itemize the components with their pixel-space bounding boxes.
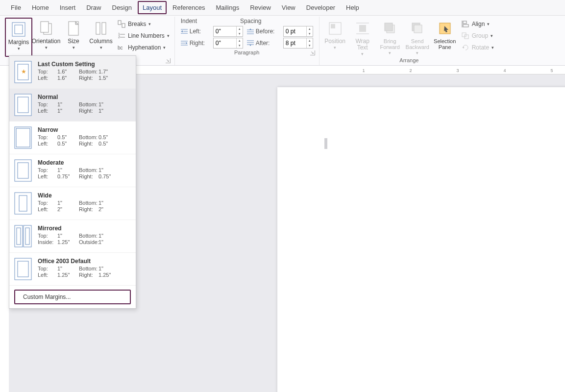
- margins-icon: [11, 21, 26, 38]
- svg-rect-8: [122, 24, 125, 27]
- align-button[interactable]: Align▾: [462, 19, 494, 29]
- tab-layout[interactable]: Layout: [138, 1, 167, 14]
- bring-forward-icon: [383, 20, 397, 37]
- svg-rect-36: [385, 23, 393, 31]
- margins-dropdown: ★Last Custom SettingTop:1.6"Left:1.6"Bot…: [9, 55, 136, 309]
- line-numbers-button[interactable]: 12 Line Numbers▾: [118, 30, 170, 41]
- bring-forward-button: Bring Forward▾: [376, 18, 404, 57]
- margins-option-office-2003-default[interactable]: Office 2003 DefaultTop:1"Left:1.25"Botto…: [9, 253, 136, 286]
- orientation-icon: [39, 20, 53, 37]
- margins-option-moderate[interactable]: ModerateTop:1"Left:0.75"Bottom:1"Right:0…: [9, 154, 136, 187]
- tab-file[interactable]: File: [6, 1, 26, 14]
- tab-help[interactable]: Help: [341, 1, 364, 14]
- rotate-icon: [462, 44, 469, 51]
- margin-thumb-icon: ★: [14, 61, 32, 83]
- svg-rect-49: [15, 94, 31, 116]
- hyphenation-icon: bc: [118, 44, 125, 51]
- margin-option-title: Wide: [38, 192, 131, 199]
- dialog-launcher-paragraph[interactable]: ↘: [310, 50, 315, 55]
- indent-header: Indent: [181, 18, 197, 24]
- spacing-header: Spacing: [240, 18, 261, 24]
- size-button[interactable]: Size ▾: [60, 18, 87, 57]
- tab-references[interactable]: References: [168, 1, 210, 14]
- position-button: Position▾: [321, 18, 349, 57]
- margin-option-title: Moderate: [38, 159, 131, 166]
- columns-button[interactable]: Columns ▾: [87, 18, 115, 57]
- svg-rect-6: [102, 23, 106, 34]
- orientation-button[interactable]: Orientation ▾: [32, 18, 60, 57]
- dialog-launcher-page-setup[interactable]: ↘: [166, 58, 171, 63]
- svg-text:★: ★: [21, 68, 26, 75]
- tab-mailings[interactable]: Mailings: [211, 1, 245, 14]
- svg-rect-5: [96, 23, 100, 34]
- wrap-text-icon: [355, 20, 370, 37]
- tab-insert[interactable]: Insert: [55, 1, 81, 14]
- margin-thumb-icon: [14, 159, 32, 182]
- svg-rect-31: [331, 24, 335, 28]
- tab-home[interactable]: Home: [27, 1, 54, 14]
- tab-developer[interactable]: Developer: [301, 1, 340, 14]
- svg-marker-29: [249, 45, 251, 46]
- svg-rect-7: [118, 21, 121, 24]
- hyphenation-button[interactable]: bc Hyphenation▾: [118, 42, 170, 53]
- margins-option-last-custom-setting[interactable]: ★Last Custom SettingTop:1.6"Left:1.6"Bot…: [9, 56, 136, 89]
- tab-view[interactable]: View: [277, 1, 300, 14]
- group-arrange: Position▾ Wrap Text▾ Bring Forward▾ Send…: [319, 17, 499, 65]
- margin-thumb-icon: [14, 258, 32, 280]
- indent-left-input[interactable]: ▴▾: [213, 26, 243, 37]
- svg-rect-38: [414, 25, 422, 33]
- breaks-button[interactable]: Breaks▾: [118, 19, 170, 29]
- margins-option-narrow[interactable]: NarrowTop:0.5"Left:0.5"Bottom:0.5"Right:…: [9, 122, 136, 154]
- spacing-before-icon: [247, 28, 254, 34]
- wrap-text-button: Wrap Text▾: [349, 18, 376, 57]
- rotate-button: Rotate▾: [462, 42, 494, 53]
- group-label-paragraph: Paragraph↘: [177, 49, 317, 56]
- svg-rect-40: [463, 21, 467, 24]
- svg-rect-41: [463, 24, 468, 27]
- spacing-before-label: Before:: [247, 28, 279, 35]
- svg-marker-25: [186, 42, 188, 44]
- ruler-tick: 4: [503, 68, 506, 73]
- indent-left-label: Left:: [181, 28, 209, 35]
- indent-left-icon: [181, 28, 188, 34]
- align-icon: [462, 21, 469, 27]
- chevron-down-icon: ▾: [18, 46, 20, 51]
- menu-bar: File Home Insert Draw Design Layout Refe…: [0, 0, 565, 16]
- svg-rect-32: [359, 25, 366, 32]
- group-button: Group▾: [462, 30, 494, 41]
- margin-option-title: Narrow: [38, 126, 131, 133]
- tab-design[interactable]: Design: [107, 1, 137, 14]
- svg-rect-51: [15, 127, 31, 148]
- position-icon: [328, 20, 343, 37]
- ruler-tick: 3: [456, 68, 459, 73]
- svg-text:bc: bc: [118, 45, 123, 50]
- svg-rect-59: [24, 225, 31, 247]
- spacing-before-input[interactable]: ▴▾: [283, 26, 313, 37]
- tab-review[interactable]: Review: [245, 1, 276, 14]
- margin-option-title: Last Custom Setting: [38, 61, 131, 68]
- svg-marker-17: [181, 30, 183, 32]
- indent-right-input[interactable]: ▴▾: [213, 38, 243, 49]
- size-icon: [67, 20, 80, 37]
- text-cursor: [324, 138, 327, 149]
- svg-text:2: 2: [118, 35, 120, 39]
- document-page[interactable]: [277, 87, 565, 392]
- margins-option-wide[interactable]: WideTop:1"Left:2"Bottom:1"Right:2": [9, 187, 136, 220]
- margins-button[interactable]: Margins ▾: [5, 18, 32, 57]
- spacing-after-input[interactable]: ▴▾: [283, 38, 313, 49]
- selection-pane-icon: [438, 20, 452, 37]
- svg-rect-57: [15, 225, 23, 247]
- ruler-tick: 2: [409, 68, 412, 73]
- margins-option-normal[interactable]: NormalTop:1"Left:1"Bottom:1"Right:1": [9, 89, 136, 122]
- tab-draw[interactable]: Draw: [81, 1, 106, 14]
- breaks-icon: [118, 20, 125, 28]
- custom-margins-button[interactable]: Custom Margins...: [14, 290, 131, 304]
- line-numbers-icon: 12: [118, 32, 125, 40]
- margin-thumb-icon: [14, 192, 32, 215]
- selection-pane-button[interactable]: Selection Pane: [431, 18, 459, 57]
- margins-option-mirrored[interactable]: MirroredTop:1"Inside:1.25"Bottom:1"Outsi…: [9, 220, 136, 253]
- margin-thumb-icon: [14, 94, 32, 116]
- margin-thumb-icon: [14, 126, 32, 149]
- margin-thumb-icon: [14, 225, 32, 247]
- margins-label: Margins: [8, 39, 29, 46]
